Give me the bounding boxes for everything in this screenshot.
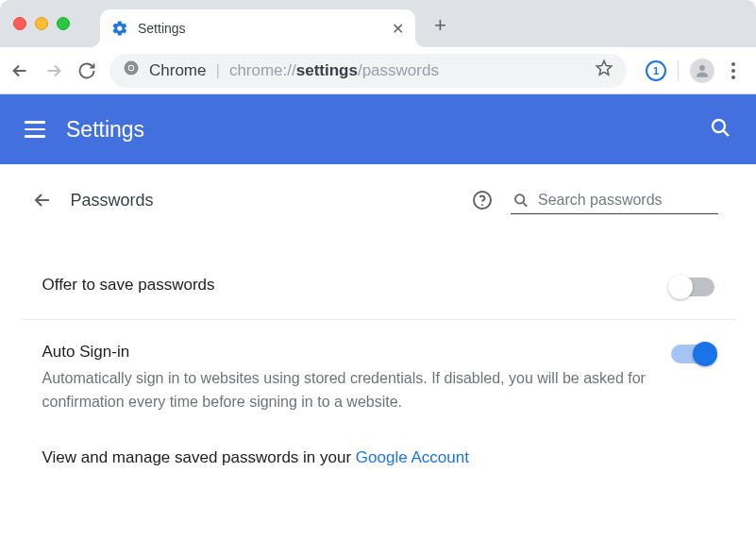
chrome-menu-button[interactable] — [726, 57, 741, 85]
manage-passwords-text: View and manage saved passwords in your … — [42, 448, 469, 466]
auto-signin-label: Auto Sign-in — [42, 343, 652, 362]
close-window-button[interactable] — [13, 17, 26, 30]
offer-to-save-toggle[interactable] — [671, 278, 714, 296]
manage-passwords-row: View and manage saved passwords in your … — [22, 437, 735, 490]
search-icon — [512, 191, 529, 210]
auto-signin-toggle[interactable] — [671, 345, 714, 363]
profile-avatar-button[interactable] — [690, 59, 714, 83]
passwords-search[interactable] — [511, 187, 718, 214]
header-search-button[interactable] — [709, 116, 731, 143]
svg-point-7 — [514, 194, 523, 203]
reload-button[interactable] — [77, 61, 96, 80]
passwords-search-input[interactable] — [538, 192, 716, 209]
content-area: Passwords Offer to save passwords Auto S… — [0, 164, 756, 490]
svg-point-2 — [129, 66, 134, 71]
extension-separator — [678, 60, 679, 81]
bookmark-star-icon[interactable] — [595, 59, 613, 82]
omnibox-url: chrome://settings/passwords — [229, 61, 439, 80]
minimize-window-button[interactable] — [35, 17, 48, 30]
svg-point-3 — [699, 65, 705, 71]
page-back-button[interactable] — [31, 189, 54, 211]
gear-icon — [111, 20, 128, 37]
google-account-link[interactable]: Google Account — [356, 448, 469, 466]
page-title: Passwords — [71, 191, 154, 211]
settings-header: Settings — [0, 94, 756, 164]
browser-tab[interactable]: Settings ✕ — [100, 9, 415, 47]
tab-title: Settings — [138, 21, 382, 36]
onepassword-extension-icon[interactable]: 1 — [646, 60, 666, 81]
close-tab-button[interactable]: ✕ — [392, 20, 404, 38]
help-icon[interactable] — [471, 189, 494, 211]
forward-button[interactable] — [43, 60, 64, 81]
settings-title: Settings — [66, 117, 144, 143]
chrome-icon — [123, 59, 140, 81]
auto-signin-row: Auto Sign-in Automatically sign in to we… — [22, 320, 735, 437]
svg-point-4 — [713, 120, 725, 132]
auto-signin-description: Automatically sign in to websites using … — [42, 367, 652, 414]
browser-toolbar: Chrome | chrome://settings/passwords 1 — [0, 47, 756, 94]
page-header: Passwords — [22, 164, 735, 236]
offer-to-save-row: Offer to save passwords — [22, 253, 735, 320]
address-bar[interactable]: Chrome | chrome://settings/passwords — [109, 54, 627, 88]
omnibox-separator: | — [215, 61, 219, 80]
back-button[interactable] — [9, 60, 30, 81]
window-titlebar: Settings ✕ + — [0, 0, 756, 47]
extension-area: 1 — [640, 57, 747, 85]
svg-point-6 — [481, 204, 483, 206]
new-tab-button[interactable]: + — [434, 13, 446, 38]
omnibox-label: Chrome — [149, 61, 206, 80]
offer-to-save-label: Offer to save passwords — [42, 276, 652, 295]
menu-button[interactable] — [25, 121, 45, 138]
maximize-window-button[interactable] — [57, 17, 70, 30]
traffic-lights — [13, 17, 70, 30]
